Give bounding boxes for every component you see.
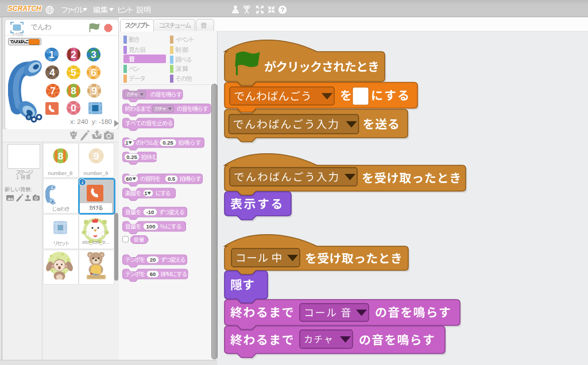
svg-text:?: ? [280, 6, 284, 13]
svg-text:1: 1 [125, 139, 129, 146]
svg-text:0.5: 0.5 [168, 176, 176, 182]
svg-text:4: 4 [49, 67, 55, 78]
svg-text:9: 9 [91, 86, 96, 96]
svg-text:-10: -10 [146, 209, 154, 215]
svg-text:60: 60 [126, 176, 132, 182]
svg-text:1: 1 [144, 190, 148, 196]
svg-text:3: 3 [91, 49, 96, 60]
svg-text:20: 20 [150, 257, 156, 263]
svg-text:1: 1 [49, 49, 54, 60]
svg-text:6: 6 [91, 67, 96, 78]
svg-text:8: 8 [71, 86, 76, 96]
svg-text:100: 100 [146, 223, 156, 230]
svg-text:8: 8 [58, 151, 63, 162]
svg-text:60: 60 [150, 271, 156, 277]
svg-text:0.25: 0.25 [163, 139, 173, 146]
svg-text:7: 7 [50, 86, 55, 96]
svg-text:2: 2 [71, 49, 76, 60]
svg-text:5: 5 [71, 67, 76, 78]
svg-text:9: 9 [94, 151, 99, 162]
svg-text:0: 0 [71, 103, 76, 114]
svg-text:0.25: 0.25 [126, 154, 137, 160]
